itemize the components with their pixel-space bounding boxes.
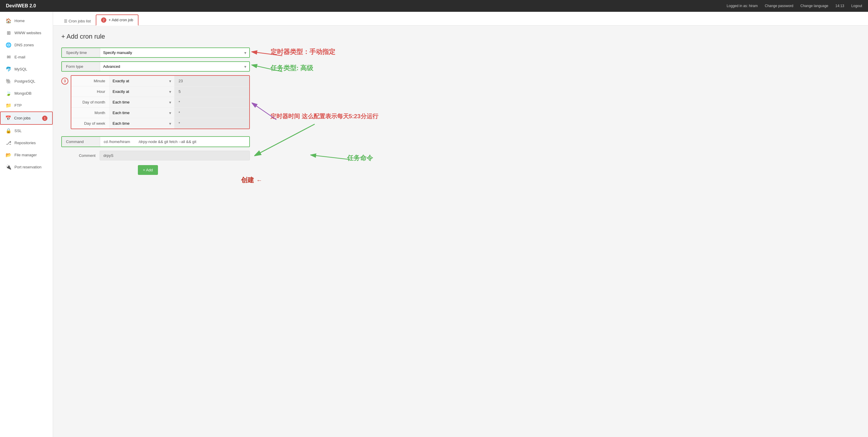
sidebar-item-dns[interactable]: 🌐 DNS zones xyxy=(0,39,53,51)
logged-in: Logged in as: hiram xyxy=(726,4,757,8)
list-icon: ☰ xyxy=(64,19,69,23)
minute-type-select[interactable]: Exactly atEach timeEvery NRange xyxy=(110,76,174,86)
month-row: Month Exactly atEach timeEvery NRange * xyxy=(71,108,249,118)
content-wrapper: Specify time Specify manuallyStandard Fo… xyxy=(61,48,860,195)
day-of-month-value: * xyxy=(175,97,249,107)
form-type-select[interactable]: AdvancedSimple xyxy=(100,62,249,71)
tab-cronjobs-list[interactable]: ☰ Cron jobs list xyxy=(59,16,96,26)
annotation-arrows-svg xyxy=(259,48,860,195)
month-select-wrap: Exactly atEach timeEvery NRange xyxy=(110,108,175,118)
tabs-bar: ☰ Cron jobs list 2 + Add cron job xyxy=(53,12,868,26)
topbar: DevilWEB 2.0 Logged in as: hiram Change … xyxy=(0,0,868,12)
home-icon: 🏠 xyxy=(6,18,11,24)
cronjobs-badge: 1 xyxy=(42,116,48,121)
minute-value: 23 xyxy=(175,76,249,86)
sidebar-item-cronjobs[interactable]: 📅 Cron jobs 1 xyxy=(0,112,53,125)
form-type-label: Form type xyxy=(62,62,100,71)
svg-line-4 xyxy=(312,155,350,159)
mysql-icon: 🐬 xyxy=(6,66,11,72)
page-content: + Add cron rule Specify time Specify man… xyxy=(53,26,868,202)
time-fields-wrapper: 3 Minute Exactly atEach timeEvery NRange… xyxy=(61,75,250,133)
badge3-wrapper: 3 xyxy=(61,75,68,85)
hour-row: Hour Exactly atEach timeEvery NRange 5 xyxy=(71,86,249,97)
form-type-select-wrapper: AdvancedSimple xyxy=(100,62,249,71)
add-button[interactable]: + Add xyxy=(138,165,158,175)
day-of-week-value: * xyxy=(175,118,249,128)
hour-value: 5 xyxy=(175,86,249,97)
sidebar-item-ftp[interactable]: 📁 FTP xyxy=(0,99,53,112)
sidebar-item-mysql[interactable]: 🐬 MySQL xyxy=(0,63,53,75)
specify-time-select[interactable]: Specify manuallyStandard xyxy=(100,48,249,57)
hour-select-wrap: Exactly atEach timeEvery NRange xyxy=(110,86,175,97)
sidebar-item-mongodb[interactable]: 🍃 MongoDB xyxy=(0,87,53,99)
hour-type-select[interactable]: Exactly atEach timeEvery NRange xyxy=(110,86,174,97)
comment-label: Comment xyxy=(61,151,100,161)
circle-badge-3: 3 xyxy=(61,78,68,85)
ann-command: 任务命令 xyxy=(347,154,373,163)
page-title: + Add cron rule xyxy=(61,33,860,40)
topbar-right: Logged in as: hiram Change password Chan… xyxy=(726,4,862,8)
svg-line-2 xyxy=(253,104,276,120)
minute-row: Minute Exactly atEach timeEvery NRange 2… xyxy=(71,76,249,86)
minute-label: Minute xyxy=(71,76,110,86)
day-of-week-label: Day of week xyxy=(71,118,110,128)
main-layout: 🏠 Home ⊞ WWW websites 🌐 DNS zones ✉ E-ma… xyxy=(0,12,868,437)
sidebar-item-postgresql[interactable]: 🐘 PostgreSQL xyxy=(0,75,53,87)
minute-select-wrap: Exactly atEach timeEvery NRange xyxy=(110,76,175,86)
month-value: * xyxy=(175,108,249,118)
ann-timer-type: 定时器类型：手动指定 xyxy=(271,48,335,56)
filemanager-icon: 📂 xyxy=(6,152,11,158)
main-content: ☰ Cron jobs list 2 + Add cron job + Add … xyxy=(53,12,868,437)
form-type-row-wrapper: Form type AdvancedSimple xyxy=(61,61,250,72)
hour-label: Hour xyxy=(71,86,110,97)
www-icon: ⊞ xyxy=(6,30,11,36)
sidebar-item-portreservation[interactable]: 🔌 Port reservation xyxy=(0,161,53,173)
svg-line-3 xyxy=(256,124,315,155)
command-label: Command xyxy=(62,137,100,147)
postgresql-icon: 🐘 xyxy=(6,79,11,84)
ann-form-type: 任务类型: 高级 xyxy=(271,64,313,72)
brand: DevilWEB 2.0 xyxy=(6,3,36,8)
specify-time-select-wrapper: Specify manuallyStandard xyxy=(100,48,249,57)
day-of-month-type-select[interactable]: Exactly atEach timeEvery NRange xyxy=(110,97,174,107)
command-row: Command xyxy=(61,136,250,147)
mongodb-icon: 🍃 xyxy=(6,90,11,96)
comment-input[interactable] xyxy=(100,151,250,161)
tab-add-cron-job[interactable]: 2 + Add cron job xyxy=(96,14,138,26)
month-label: Month xyxy=(71,108,110,118)
sidebar-item-home[interactable]: 🏠 Home xyxy=(0,15,53,27)
email-icon: ✉ xyxy=(6,54,11,60)
sidebar-item-repositories[interactable]: ⎇ Repositories xyxy=(0,137,53,149)
portreservation-icon: 🔌 xyxy=(6,164,11,170)
change-password-link[interactable]: Change password xyxy=(765,4,794,8)
specify-time-row-wrapper: Specify time Specify manuallyStandard xyxy=(61,48,250,58)
cronjobs-icon: 📅 xyxy=(5,115,11,121)
form-column: Specify time Specify manuallyStandard Fo… xyxy=(61,48,250,195)
sidebar-item-filemanager[interactable]: 📂 File manager xyxy=(0,149,53,161)
svg-line-1 xyxy=(253,65,282,72)
svg-line-0 xyxy=(253,52,282,56)
day-of-week-row: Day of week Exactly atEach timeEvery NRa… xyxy=(71,118,249,128)
sidebar-item-ssl[interactable]: 🔒 SSL xyxy=(0,125,53,137)
form-type-row: Form type AdvancedSimple xyxy=(61,61,250,72)
annotations-column: 定时器类型：手动指定 任务类型: 高级 定时器时间 这么配置表示每天5:23分运… xyxy=(259,48,860,195)
ftp-icon: 📁 xyxy=(6,103,11,108)
logout-button[interactable]: Logout xyxy=(851,4,862,8)
sidebar-item-email[interactable]: ✉ E-mail xyxy=(0,51,53,63)
change-language-link[interactable]: Change language xyxy=(801,4,829,8)
command-input[interactable] xyxy=(100,137,249,146)
day-of-week-type-select[interactable]: Exactly atEach timeEvery NRange xyxy=(110,118,174,128)
day-of-week-select-wrap: Exactly atEach timeEvery NRange xyxy=(110,118,175,128)
sidebar-item-www[interactable]: ⊞ WWW websites xyxy=(0,27,53,39)
specify-time-label: Specify time xyxy=(62,48,100,57)
dns-icon: 🌐 xyxy=(6,42,11,48)
day-of-month-row: Day of month Exactly atEach timeEvery NR… xyxy=(71,97,249,108)
tab-badge: 2 xyxy=(101,18,106,23)
time-display: 14:13 xyxy=(835,4,844,8)
comment-row: Comment xyxy=(61,151,250,161)
add-button-wrapper: + Add xyxy=(100,165,250,175)
month-type-select[interactable]: Exactly atEach timeEvery NRange xyxy=(110,108,174,118)
ann-timer-time: 定时器时间 这么配置表示每天5:23分运行 xyxy=(271,112,378,120)
repositories-icon: ⎇ xyxy=(6,140,11,146)
specify-time-row: Specify time Specify manuallyStandard xyxy=(61,48,250,58)
